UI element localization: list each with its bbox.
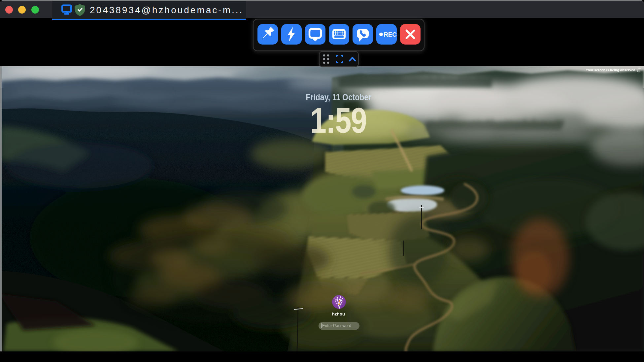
svg-text:REC: REC bbox=[384, 31, 397, 38]
